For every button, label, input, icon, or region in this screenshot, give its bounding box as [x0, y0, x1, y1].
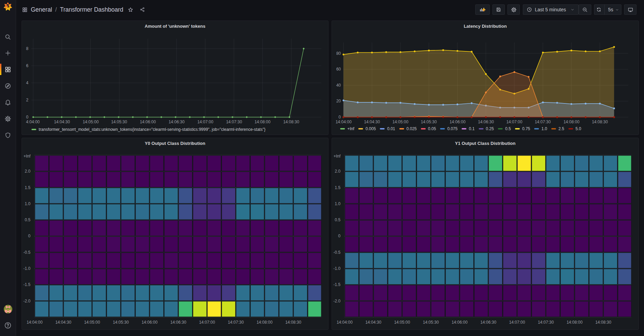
svg-text:-1.0: -1.0 [23, 266, 30, 271]
svg-text:1.5: 1.5 [335, 185, 340, 190]
svg-text:0: 0 [28, 234, 30, 238]
svg-text:6: 6 [26, 63, 28, 68]
svg-text:0.5: 0.5 [25, 217, 30, 222]
svg-text:-1.0: -1.0 [333, 266, 340, 271]
svg-text:0: 0 [26, 115, 28, 120]
svg-text:0: 0 [338, 234, 340, 238]
svg-text:1.0: 1.0 [335, 201, 340, 206]
svg-text:1.5: 1.5 [25, 185, 30, 190]
svg-text:-0.5: -0.5 [23, 250, 30, 255]
svg-text:-2.0: -2.0 [333, 299, 340, 303]
svg-text:2.0: 2.0 [25, 169, 30, 174]
svg-text:-2.0: -2.0 [23, 299, 30, 303]
svg-text:+Inf: +Inf [334, 154, 341, 159]
svg-text:60: 60 [336, 67, 341, 72]
svg-text:40: 40 [336, 83, 341, 88]
svg-text:0: 0 [338, 115, 341, 120]
svg-text:4: 4 [26, 80, 28, 85]
svg-text:80: 80 [336, 51, 341, 56]
svg-text:+Inf: +Inf [24, 154, 31, 159]
svg-text:20: 20 [336, 99, 341, 103]
svg-text:1.0: 1.0 [25, 201, 30, 206]
svg-text:2: 2 [26, 98, 28, 102]
svg-text:-1.5: -1.5 [23, 282, 30, 287]
svg-text:8: 8 [26, 46, 28, 51]
svg-text:-1.5: -1.5 [333, 282, 340, 287]
svg-text:2.0: 2.0 [335, 169, 340, 174]
svg-text:-0.5: -0.5 [333, 250, 340, 255]
svg-text:0.5: 0.5 [335, 217, 340, 222]
